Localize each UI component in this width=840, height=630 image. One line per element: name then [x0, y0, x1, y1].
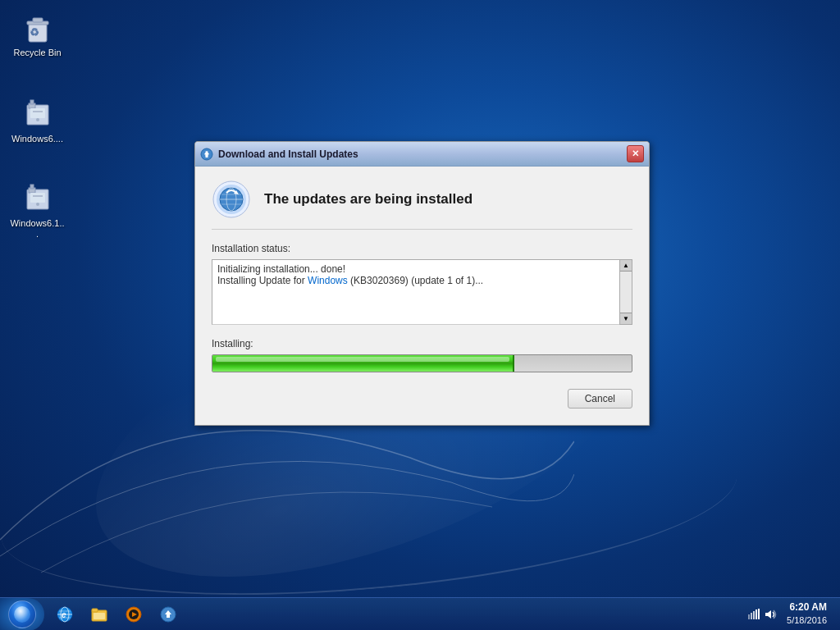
status-suffix: (KB3020369) (update 1 of 1)... [348, 275, 483, 286]
update-dialog: Download and Install Updates ✕ [194, 141, 650, 426]
start-button[interactable] [0, 598, 44, 631]
status-label: Installation status: [212, 243, 632, 254]
svg-rect-9 [33, 111, 43, 112]
scroll-up-arrow[interactable]: ▲ [620, 260, 632, 272]
svg-text:♻: ♻ [30, 26, 39, 39]
taskbar: e [0, 597, 840, 630]
status-line2: Installing Update for Windows (KB3020369… [217, 275, 615, 286]
dialog-title: Download and Install Updates [218, 148, 627, 160]
dialog-titlebar: Download and Install Updates ✕ [195, 142, 649, 167]
windows61-label: Windows6.1... [10, 218, 65, 240]
svg-rect-15 [33, 195, 43, 197]
svg-rect-40 [753, 611, 755, 619]
kb-link[interactable]: Windows [308, 275, 348, 286]
dialog-header: The updates are being installed [212, 180, 632, 230]
windows6-icon [21, 98, 54, 130]
scroll-down-arrow[interactable]: ▼ [620, 313, 632, 324]
scrollbar[interactable]: ▲ ▼ [619, 259, 632, 325]
status-prefix: Installing Update for [217, 275, 308, 286]
button-row: Cancel [212, 389, 632, 409]
progress-bar-container [212, 354, 632, 372]
progress-bar [212, 355, 514, 372]
desktop-icon-windows6[interactable]: Windows6.... [7, 94, 68, 148]
recycle-bin-icon: ♻ [21, 11, 54, 44]
windows6-label: Windows6.... [11, 134, 63, 144]
header-title: The updates are being installed [264, 191, 472, 208]
status-box: Initializing installation... done! Insta… [212, 259, 632, 325]
svg-rect-33 [94, 613, 105, 619]
taskbar-ie-button[interactable]: e [49, 600, 80, 629]
svg-rect-32 [92, 609, 98, 612]
clock[interactable]: 6:20 AM 5/18/2016 [780, 600, 833, 627]
installing-label: Installing: [212, 338, 632, 349]
svg-rect-13 [30, 193, 45, 203]
windows61-icon [21, 182, 54, 215]
clock-time: 6:20 AM [787, 600, 827, 614]
dialog-content: The updates are being installed Installa… [195, 167, 649, 425]
svg-rect-12 [30, 185, 34, 189]
taskbar-wu-button[interactable] [153, 600, 184, 629]
svg-rect-6 [30, 100, 34, 104]
svg-rect-7 [30, 108, 45, 118]
orb-inner [14, 606, 30, 623]
desktop-icon-windows61[interactable]: Windows6.1... [7, 179, 68, 243]
windows-orb [8, 600, 36, 628]
svg-rect-2 [33, 18, 43, 22]
svg-rect-39 [751, 613, 752, 619]
windows-update-title-icon [200, 148, 213, 161]
taskbar-explorer-button[interactable] [84, 600, 115, 629]
taskbar-wmp-button[interactable] [118, 600, 149, 629]
recycle-bin-label: Recycle Bin [13, 48, 61, 58]
svg-rect-41 [756, 609, 757, 619]
desktop-icon-recycle-bin[interactable]: ♻ Recycle Bin [7, 8, 68, 62]
header-icon [212, 180, 251, 219]
tray-network-icon[interactable] [747, 608, 760, 621]
svg-rect-38 [748, 614, 750, 619]
cancel-button[interactable]: Cancel [568, 389, 632, 409]
system-tray: 6:20 AM 5/18/2016 [741, 600, 840, 627]
svg-text:e: e [62, 610, 66, 619]
close-button[interactable]: ✕ [627, 145, 644, 162]
clock-date: 5/18/2016 [787, 614, 827, 627]
svg-marker-43 [765, 610, 771, 619]
svg-point-14 [36, 203, 39, 206]
svg-point-8 [36, 118, 39, 121]
desktop: ♻ Recycle Bin Windows6.... [0, 0, 840, 630]
status-line1: Initializing installation... done! [217, 263, 615, 275]
svg-rect-42 [758, 609, 760, 619]
tray-volume-icon[interactable] [764, 608, 777, 621]
